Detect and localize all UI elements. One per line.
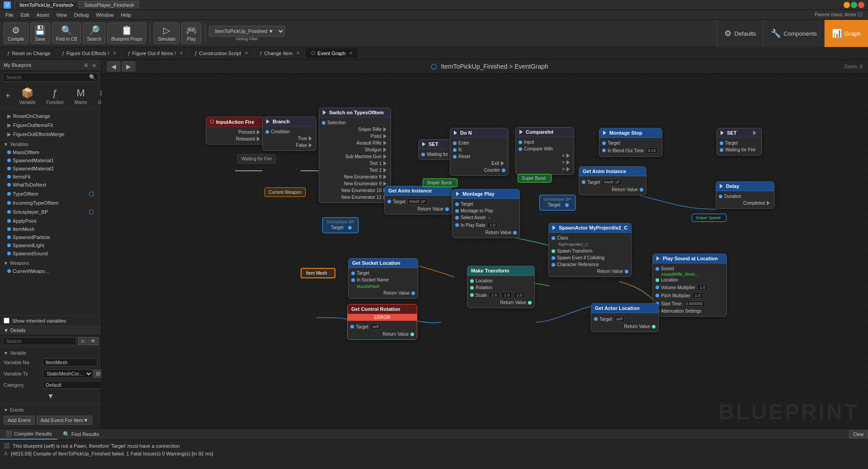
close-button[interactable] [858,2,864,8]
node-compare-int[interactable]: CompareInt Input Compare With < = > [515,127,574,175]
menu-file[interactable]: File [2,12,17,18]
tab-event-graph[interactable]: ⬡ Event Graph ✕ [306,48,359,58]
waiting-for-fire-node[interactable]: Waiting for Fire [237,154,276,164]
show-inherited-checkbox[interactable] [4,318,9,324]
find-in-cb-button[interactable]: 🔍 Find in CB [52,23,81,44]
node-solusplayer-bp-1[interactable]: Solusplayer BP Target [322,217,359,233]
tab-change-item[interactable]: ƒ Change Item ✕ [254,49,306,58]
node-item-mesh-var[interactable]: Item Mesh [301,268,335,278]
var-spawned-mat1[interactable]: SpawnedMaterial1 [0,156,101,164]
left-search-input[interactable] [3,73,99,82]
node-solusplayer-bp-2[interactable]: Solusplayer BP Target [539,195,576,211]
var-spawned-mat2[interactable]: SpawnedMaterial2 [0,164,101,173]
compile-button[interactable]: ⚙ Compile [4,23,28,44]
node-montage-stop[interactable]: Montage Stop Target In Blend Out Time0.1… [599,128,662,157]
details-eye-button[interactable]: 👁 [88,337,99,345]
node-branch[interactable]: Branch Condition True False [262,117,316,151]
add-new-button[interactable]: + [4,85,12,107]
category-input[interactable] [42,381,111,389]
node-montage-play[interactable]: Montage Play Target Montage to Play Sele… [452,189,520,238]
panel-expand-button[interactable]: » [90,61,98,69]
panel-menu-button[interactable]: ≡ [82,61,90,69]
func-reset-on-change[interactable]: ▶ ResetOnChange [0,112,101,121]
node-do-n[interactable]: Do N Enter N Reset Exit Counter [450,128,509,176]
variable-section-header[interactable]: ▼ Variable [0,349,101,357]
tab-reset-on-change[interactable]: ƒ Reset on Change [2,49,57,58]
add-event-for-dropdown[interactable]: Add Event For Item▼ [37,416,93,425]
details-search-input[interactable] [3,337,76,345]
variable-type-grid-button[interactable]: ⊞ [94,370,103,378]
tab-item-to-pickup[interactable]: ItemToPickUp_Finished• [14,1,78,9]
tab-figure-out-effects[interactable]: ƒ Figure Out Effects ! ✕ [57,49,123,58]
components-button[interactable]: 🔧 Components [763,20,824,47]
menu-view[interactable]: View [52,12,71,18]
node-super-burst[interactable]: Super Burst [518,174,552,183]
variables-header[interactable]: ▼ Variables [0,141,101,148]
events-header[interactable]: ▼ Events [0,406,101,414]
weapons-header[interactable]: ▼ Weapons [0,259,101,267]
save-button[interactable]: 💾 Save [30,23,50,44]
debug-filter-dropdown[interactable]: ItemToPickUp_Finished ▼ [209,26,285,37]
node-set-right[interactable]: SET Target Waiting for Fire [717,128,762,155]
graph-back-button[interactable]: ◀ [107,61,120,71]
var-apply-point[interactable]: ApplyPoint [0,217,101,225]
node-play-sound-loc[interactable]: Play Sound at Location Sound AssaultRifl… [652,253,727,317]
node-sniper-burst[interactable]: Sniper Burst [423,178,458,187]
node-get-anim-2[interactable]: Get Anim Instance TargetMesh 1P Return V… [579,166,646,195]
var-spawned-light[interactable]: SpawnedLight [0,241,101,249]
node-get-actor-loc[interactable]: Get Actor Location Targetself Return Val… [591,303,659,332]
node-spawn-actor[interactable]: SpawnActor MyProjectile2_C Class MyProje… [548,223,632,277]
tab-close-4[interactable]: ✕ [296,51,300,56]
details-list-view-button[interactable]: ≡ [78,337,87,345]
add-event-button[interactable]: Add Event [4,416,35,425]
var-type-of-item[interactable]: TypeOfItem⬡ [0,189,101,199]
tab-find-results[interactable]: 🔍 Find Results [57,429,104,439]
menu-help[interactable]: Help [117,12,135,18]
var-incoming-type[interactable]: IncomingTypeOfItem [0,199,101,207]
cat-function[interactable]: ƒ Function [42,85,67,107]
var-current-weapon[interactable]: CurrentWeapo... [0,267,101,275]
play-button[interactable]: 🎮 Play [181,23,201,44]
tab-close-1[interactable]: ✕ [113,51,116,56]
node-current-weapon[interactable]: Current Weapon [264,188,306,197]
var-solusplayer-bp[interactable]: Solusplayer_BP⬡ [0,207,101,217]
tab-solus-player[interactable]: SolusPlayer_Finished• [79,1,139,9]
func-figure-effects-merge[interactable]: ▶ FigureOutEffectsMerge [0,130,101,139]
maximize-button[interactable] [851,2,857,8]
var-what-to-do-next[interactable]: WhatToDoNext [0,181,101,189]
var-items-fit[interactable]: ItemsFit [0,173,101,181]
var-item-mesh[interactable]: ItemMesh [0,225,101,233]
var-mass-of-item[interactable]: MassOfItem [0,148,101,156]
node-get-socket-loc[interactable]: Get Socket Location Target In Socket Nam… [348,258,418,299]
graph-area[interactable]: ◀ ▶ ⬡ ItemToPickUp_Finished > EventGraph… [102,60,868,428]
func-figure-items-fit[interactable]: ▶ FigureOutItemsFit [0,121,101,130]
search-toolbar-button[interactable]: 🔎 Search [83,23,105,44]
tab-construction-script[interactable]: ƒ Construction Script ✕ [189,49,254,58]
simulate-button[interactable]: ▷ Simulate [154,23,179,44]
blueprint-props-button[interactable]: 📋 Blueprint Props [107,23,146,44]
menu-debug[interactable]: Debug [71,12,92,18]
node-delay[interactable]: Delay Duration Completed [716,181,774,209]
graph-canvas[interactable]: ⬡ InputAction Fire Pressed Released Bran… [102,74,868,428]
minimize-button[interactable] [844,2,850,8]
cat-variable[interactable]: 📦 Variable [16,85,39,107]
cat-macro[interactable]: Μ Macro [71,85,91,107]
var-spawned-particle[interactable]: SpawnedParticle [0,233,101,241]
defaults-button[interactable]: ⚙ Defaults [717,20,763,47]
menu-window[interactable]: Window [92,12,117,18]
variable-name-input[interactable] [42,358,98,366]
graph-button[interactable]: 📊 Graph [824,20,868,47]
menu-edit[interactable]: Edit [17,12,33,18]
variable-type-select[interactable]: StaticMeshCor... [42,369,93,378]
tab-close-2[interactable]: ✕ [179,51,183,56]
node-get-control-rot[interactable]: Get Control Rotation ERROR Targetself Re… [347,304,417,340]
node-get-anim-1[interactable]: Get Anim Instance TargetMesh 1P Return V… [384,186,452,215]
graph-forward-button[interactable]: ▶ [122,61,135,71]
node-input-action-fire[interactable]: ⬡ InputAction Fire Pressed Released [206,117,264,145]
tab-close-5[interactable]: ✕ [349,51,353,56]
tab-close-3[interactable]: ✕ [245,51,248,56]
details-expand-arrow[interactable]: ▼ [47,392,54,400]
node-make-transform[interactable]: Make Transform Location Rotation Scale1.… [467,266,535,308]
node-switch-types[interactable]: Switch on TypesOfItem Selection Sniper R… [319,108,391,203]
node-sniper-speed[interactable]: Sniper Speed [692,214,726,222]
